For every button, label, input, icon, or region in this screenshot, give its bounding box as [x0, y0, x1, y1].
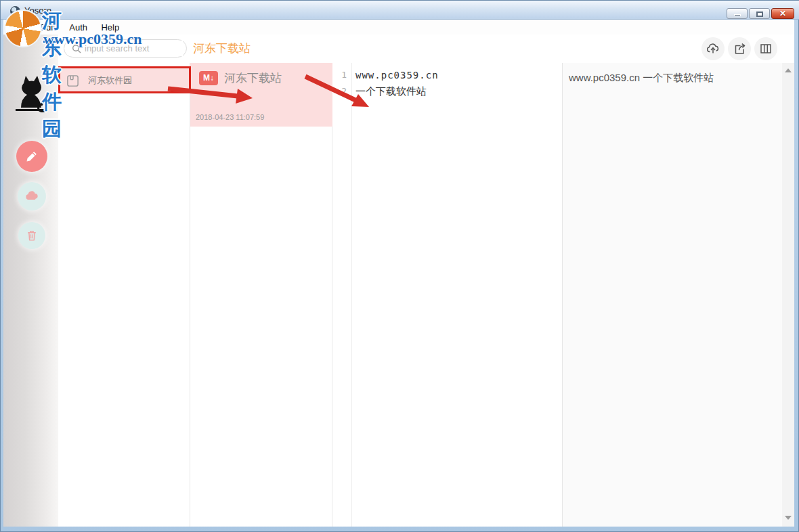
cloud-upload-button[interactable]	[701, 37, 725, 60]
trash-button[interactable]	[18, 222, 45, 249]
search-icon	[72, 44, 81, 53]
app-window: Yosoro ✕ File Edit Auth Help 河东下载站	[0, 0, 799, 532]
line-number: 1	[332, 67, 351, 83]
title-bar[interactable]: Yosoro ✕	[1, 1, 799, 20]
project-name: 河东软件园	[88, 74, 132, 87]
notebook-icon	[66, 74, 79, 87]
export-share-icon	[731, 41, 748, 57]
note-title: 河东下载站	[224, 70, 282, 86]
layout-columns-button[interactable]	[754, 37, 777, 60]
maximize-button[interactable]	[749, 8, 770, 19]
maximize-icon	[756, 12, 763, 17]
menu-help[interactable]: Help	[95, 20, 125, 32]
menu-file[interactable]: File	[7, 20, 32, 32]
preview-pane: www.pc0359.cn 一个下载软件站	[563, 63, 794, 527]
cloud-button[interactable]	[18, 182, 46, 210]
line-number-gutter: 1 2	[332, 63, 352, 527]
close-button[interactable]: ✕	[771, 8, 794, 19]
note-card[interactable]: M↓ 河东下载站 2018-04-23 11:07:59	[190, 63, 332, 127]
export-share-button[interactable]	[728, 37, 751, 60]
scroll-up-icon[interactable]	[785, 68, 792, 72]
minimize-icon	[734, 14, 741, 16]
menu-bar: File Edit Auth Help	[3, 20, 794, 35]
minimize-button[interactable]	[727, 8, 748, 19]
scroll-down-icon[interactable]	[785, 516, 792, 520]
search-input[interactable]	[85, 41, 183, 56]
editor-line: www.pc0359.cn	[355, 67, 561, 83]
close-icon: ✕	[772, 9, 794, 18]
editor-line: 一个下载软件站	[355, 83, 561, 99]
preview-scrollbar[interactable]	[782, 63, 794, 527]
left-sidebar	[3, 35, 58, 527]
cloud-icon	[24, 188, 40, 204]
trash-icon	[25, 229, 39, 242]
editor-pane[interactable]: 1 2 www.pc0359.cn 一个下载软件站	[332, 63, 563, 527]
app-icon	[10, 6, 20, 16]
menu-auth[interactable]: Auth	[64, 20, 93, 32]
toolbar: 河东下载站	[58, 35, 794, 63]
edit-notes-button[interactable]	[16, 141, 47, 172]
notes-column: M↓ 河东下载站 2018-04-23 11:07:59	[190, 63, 332, 527]
markdown-icon: M↓	[199, 71, 218, 85]
cat-logo	[14, 74, 49, 117]
line-number: 2	[332, 83, 351, 99]
layout-columns-icon	[758, 41, 774, 57]
search-box[interactable]	[64, 39, 187, 58]
editor-content[interactable]: www.pc0359.cn 一个下载软件站	[355, 67, 561, 99]
cloud-upload-icon	[705, 41, 721, 57]
note-date: 2018-04-23 11:07:59	[196, 113, 264, 121]
menu-edit[interactable]: Edit	[35, 20, 60, 32]
project-item[interactable]: 河东软件园	[58, 68, 190, 93]
projects-column: 河东软件园	[58, 63, 190, 527]
preview-content: www.pc0359.cn 一个下载软件站	[569, 70, 772, 85]
window-title: Yosoro	[24, 5, 51, 16]
current-project-title: 河东下载站	[193, 41, 251, 56]
pencil-icon	[24, 149, 39, 164]
